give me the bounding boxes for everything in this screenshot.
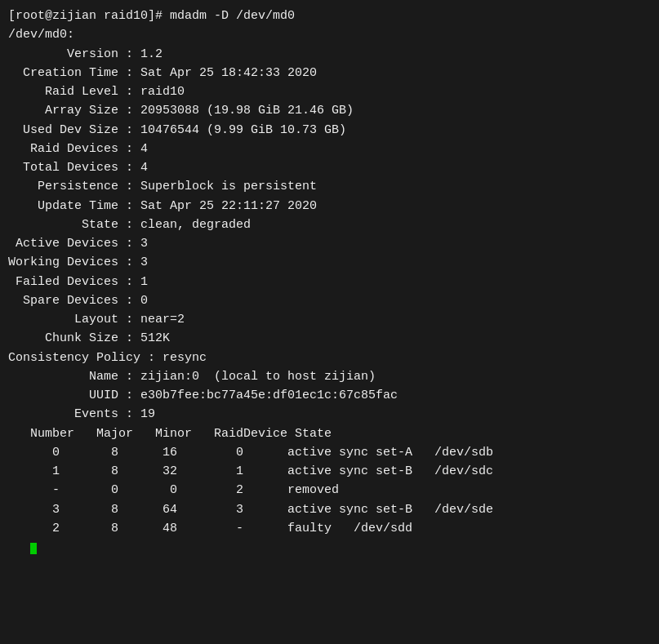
terminal-line-active_devices: Active Devices : 3: [8, 234, 651, 253]
terminal-line-creation_time: Creation Time : Sat Apr 25 18:42:33 2020: [8, 64, 651, 82]
terminal-line-consistency_policy: Consistency Policy : resync: [8, 349, 651, 367]
terminal-line-row_dash: - 0 0 2 removed: [8, 481, 651, 500]
terminal-line-state: State : clean, degraded: [8, 215, 651, 234]
terminal-window: [root@zijian raid10]# mdadm -D /dev/md0/…: [0, 0, 659, 644]
terminal-line-events: Events : 19: [8, 405, 651, 424]
terminal-line-chunk_size: Chunk Size : 512K: [8, 329, 651, 348]
terminal-line-row3: 3 8 64 3 active sync set-B /dev/sde: [8, 500, 651, 519]
terminal-line-failed_devices: Failed Devices : 1: [8, 273, 651, 291]
terminal-line-row2: 2 8 48 - faulty /dev/sdd: [8, 519, 651, 538]
terminal-line-persistence: Persistence : Superblock is persistent: [8, 177, 651, 196]
terminal-line-raid_devices: Raid Devices : 4: [8, 140, 651, 158]
terminal-line-array_size: Array Size : 20953088 (19.98 GiB 21.46 G…: [8, 101, 651, 120]
terminal-line-version: Version : 1.2: [8, 45, 651, 64]
terminal-line-table_header: Number Major Minor RaidDevice State: [8, 424, 651, 443]
terminal-line-uuid: UUID : e30b7fee:bc77a45e:df01ec1c:67c85f…: [8, 386, 651, 405]
terminal-line-row1: 1 8 32 1 active sync set-B /dev/sdc: [8, 462, 651, 481]
terminal-line-used_dev_size: Used Dev Size : 10476544 (9.99 GiB 10.73…: [8, 121, 651, 140]
terminal-line-update_time: Update Time : Sat Apr 25 22:11:27 2020: [8, 197, 651, 215]
terminal-line-dev_md0: /dev/md0:: [8, 25, 651, 44]
terminal-line-total_devices: Total Devices : 4: [8, 158, 651, 177]
terminal-cursor-line: [8, 538, 651, 557]
terminal-line-raid_level: Raid Level : raid10: [8, 82, 651, 101]
terminal-line-layout: Layout : near=2: [8, 310, 651, 329]
terminal-line-prompt: [root@zijian raid10]# mdadm -D /dev/md0: [8, 7, 651, 25]
terminal-line-name: Name : zijian:0 (local to host zijian): [8, 367, 651, 386]
terminal-cursor: [30, 543, 37, 554]
terminal-line-spare_devices: Spare Devices : 0: [8, 291, 651, 310]
terminal-line-row0: 0 8 16 0 active sync set-A /dev/sdb: [8, 443, 651, 462]
terminal-line-working_devices: Working Devices : 3: [8, 253, 651, 272]
